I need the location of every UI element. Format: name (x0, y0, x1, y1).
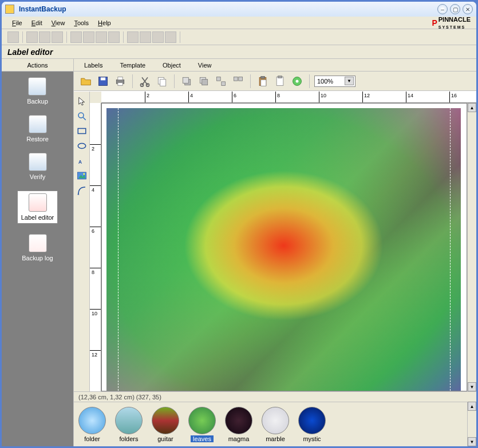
scroll-up-button[interactable]: ▲ (468, 103, 476, 112)
scroll-up-button[interactable]: ▲ (468, 402, 476, 411)
canvas[interactable] (101, 103, 467, 391)
close-button[interactable]: ✕ (463, 4, 473, 14)
ruler-vertical[interactable]: 24681012 (90, 103, 101, 391)
main: Labels Template Object View (74, 59, 476, 446)
canvas-image[interactable] (106, 108, 461, 391)
thumbs-scrollbar[interactable]: ▲ ▼ (467, 402, 476, 446)
bring-front-button[interactable] (179, 74, 194, 89)
paste-button[interactable] (255, 74, 270, 89)
svg-line-25 (83, 117, 86, 120)
tb-btn[interactable] (39, 31, 50, 43)
window-buttons: – ▢ ✕ (437, 4, 473, 14)
window-title: InstantBackup (19, 5, 437, 13)
menu-edit[interactable]: Edit (27, 18, 47, 27)
tb-btn[interactable] (83, 31, 94, 43)
sidebar-item-verify[interactable]: Verify (29, 153, 47, 180)
thumb-image (115, 407, 143, 434)
submenu-view[interactable]: View (193, 61, 216, 70)
top-toolbar (2, 29, 476, 45)
thumb-label: guitar (157, 435, 173, 442)
guide-right[interactable] (450, 108, 451, 391)
app-icon (5, 5, 14, 14)
minimize-button[interactable]: – (437, 4, 448, 14)
pointer-tool[interactable] (76, 95, 88, 108)
tb-btn[interactable] (70, 31, 82, 43)
submenu-object[interactable]: Object (158, 61, 185, 70)
action-icon (29, 234, 47, 252)
thumb-image (298, 407, 326, 434)
submenu-labels[interactable]: Labels (80, 61, 107, 70)
thumbnails: folderfoldersguitarleavesmagmamarblemyst… (74, 402, 467, 446)
ruler-horizontal[interactable]: 246810121416 (101, 92, 476, 103)
scroll-down-button[interactable]: ▼ (468, 437, 476, 446)
menu-view[interactable]: View (47, 18, 70, 27)
tb-btn[interactable] (165, 31, 176, 43)
tb-btn[interactable] (127, 31, 139, 43)
thumb-label: marble (266, 435, 285, 442)
svg-rect-18 (261, 76, 265, 78)
svg-rect-20 (276, 77, 283, 85)
tb-btn[interactable] (26, 31, 38, 43)
sidebar-item-backup-log[interactable]: Backup log (22, 234, 53, 261)
menu-file[interactable]: File (7, 18, 27, 27)
tb-btn[interactable] (52, 31, 63, 43)
thumb-marble[interactable]: marble (262, 407, 289, 442)
menubar: File Edit View Tools Help P PINNACLESYST… (2, 17, 476, 29)
maximize-button[interactable]: ▢ (450, 4, 460, 14)
app-window: InstantBackup – ▢ ✕ File Edit View Tools… (0, 0, 478, 448)
tb-btn[interactable] (7, 31, 19, 43)
thumb-label: folder (84, 435, 100, 442)
submenu: Labels Template Object View (74, 59, 476, 72)
action-label: Label editor (21, 214, 54, 221)
sidebar-item-label-editor[interactable]: Label editor (17, 191, 58, 224)
disc-button[interactable] (290, 74, 305, 89)
open-button[interactable] (78, 74, 93, 89)
ellipse-tool[interactable] (76, 140, 88, 152)
text-tool[interactable]: A (76, 154, 88, 167)
menu-help[interactable]: Help (93, 18, 116, 27)
scroll-down-button[interactable]: ▼ (468, 382, 476, 391)
tb-btn[interactable] (152, 31, 164, 43)
submenu-template[interactable]: Template (115, 61, 150, 70)
action-icon (29, 153, 47, 171)
save-button[interactable] (96, 74, 110, 89)
svg-rect-8 (160, 79, 166, 86)
tools-palette: A (74, 92, 90, 391)
menu-tools[interactable]: Tools (69, 18, 93, 27)
thumb-folder[interactable]: folder (78, 407, 106, 442)
thumb-label: mystic (303, 435, 321, 442)
print-button[interactable] (113, 74, 128, 89)
sidebar-body: BackupRestoreVerifyLabel editorBackup lo… (2, 72, 73, 446)
sidebar-item-backup[interactable]: Backup (27, 77, 48, 105)
scrollbar-vertical[interactable]: ▲ ▼ (467, 103, 476, 391)
zoom-tool[interactable] (76, 110, 88, 122)
image-tool[interactable] (76, 169, 88, 182)
zoom-select[interactable]: 100% (314, 76, 355, 87)
svg-rect-1 (101, 77, 105, 80)
curve-tool[interactable] (76, 184, 88, 197)
ungroup-button[interactable] (231, 74, 246, 89)
tb-btn[interactable] (140, 31, 151, 43)
rectangle-tool[interactable] (76, 125, 88, 137)
thumb-label: folders (119, 435, 138, 442)
cut-button[interactable] (137, 74, 152, 89)
tb-btn[interactable] (96, 31, 107, 43)
tb-btn[interactable] (108, 31, 120, 43)
thumb-magma[interactable]: magma (225, 407, 252, 442)
svg-rect-12 (202, 79, 208, 85)
thumb-image (225, 407, 252, 434)
svg-rect-15 (234, 77, 238, 81)
copy-button[interactable] (155, 74, 169, 89)
thumb-mystic[interactable]: mystic (298, 407, 326, 442)
thumb-label: magma (228, 435, 250, 442)
clipboard-button[interactable] (272, 74, 287, 89)
guide-left[interactable] (118, 108, 118, 391)
sidebar-item-restore[interactable]: Restore (26, 115, 49, 142)
send-back-button[interactable] (196, 74, 211, 89)
svg-rect-4 (118, 82, 123, 85)
thumb-leaves[interactable]: leaves (188, 407, 216, 442)
action-label: Verify (30, 173, 46, 180)
group-button[interactable] (214, 74, 228, 89)
thumb-folders[interactable]: folders (115, 407, 143, 442)
thumb-guitar[interactable]: guitar (152, 407, 179, 442)
